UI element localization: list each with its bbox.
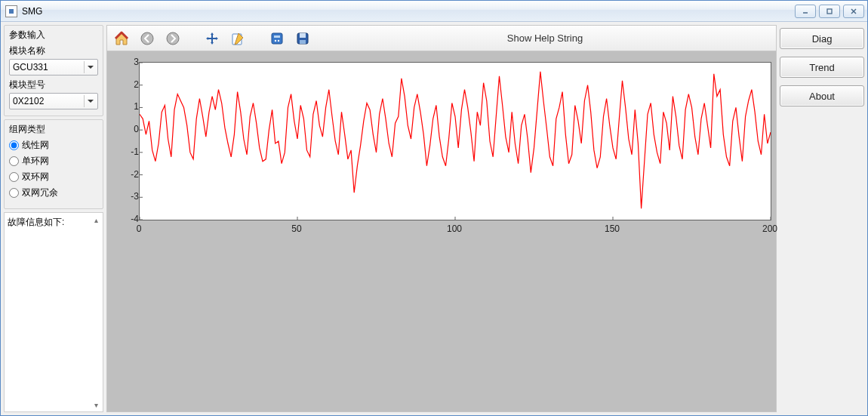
window-buttons: [795, 5, 864, 18]
trend-button[interactable]: Trend: [780, 57, 864, 78]
maximize-button[interactable]: [819, 5, 840, 18]
save-icon[interactable]: [293, 29, 312, 48]
plot-frame: [139, 62, 771, 220]
radio-label: 单环网: [22, 155, 49, 168]
radio-label: 双网冗余: [22, 186, 58, 199]
minimize-button[interactable]: [795, 5, 816, 18]
right-pane: Diag Trend About: [780, 25, 864, 412]
net-type-radio-2[interactable]: 双环网: [9, 171, 98, 183]
radio-input[interactable]: [9, 156, 19, 166]
home-icon[interactable]: [112, 29, 131, 48]
svg-rect-1: [827, 9, 832, 14]
svg-rect-12: [300, 33, 306, 38]
about-button[interactable]: About: [780, 85, 864, 106]
center-pane: Show Help String -4-3-2-1012305010015020…: [106, 25, 777, 412]
net-type-radio-0[interactable]: 线性网: [9, 139, 98, 152]
help-string-label: Show Help String: [319, 32, 771, 44]
param-input-group: 参数输入 模块名称 GCU331 模块型号 0X2102: [4, 25, 103, 116]
client-area: 参数输入 模块名称 GCU331 模块型号 0X2102 组网类型 线性网单环网…: [1, 22, 867, 415]
x-tick-label: 0: [137, 223, 142, 234]
module-name-value: GCU331: [13, 62, 48, 72]
plot-toolbar: Show Help String: [107, 26, 776, 51]
radio-input[interactable]: [9, 140, 19, 150]
svg-point-9: [275, 39, 276, 41]
x-tick-label: 200: [762, 223, 777, 234]
config-icon[interactable]: [267, 29, 287, 48]
scroll-down-icon[interactable]: ▾: [91, 399, 101, 410]
y-tick-label: -4: [113, 214, 139, 224]
left-pane: 参数输入 模块名称 GCU331 模块型号 0X2102 组网类型 线性网单环网…: [4, 25, 103, 412]
svg-rect-7: [272, 33, 282, 44]
radio-input[interactable]: [9, 172, 19, 182]
net-type-radio-3[interactable]: 双网冗余: [9, 186, 98, 199]
module-model-combo[interactable]: 0X2102: [9, 93, 98, 109]
net-type-radio-1[interactable]: 单环网: [9, 155, 98, 168]
y-tick-label: 3: [113, 57, 139, 67]
module-model-value: 0X2102: [13, 96, 44, 106]
app-icon: [5, 5, 17, 17]
svg-rect-13: [300, 40, 306, 44]
titlebar: SMG: [1, 1, 867, 22]
radio-label: 双环网: [22, 171, 49, 183]
y-tick-label: -3: [113, 191, 139, 202]
pan-icon[interactable]: [202, 29, 222, 48]
edit-icon[interactable]: [228, 29, 248, 48]
radio-label: 线性网: [22, 139, 49, 152]
param-input-legend: 参数输入: [9, 29, 98, 42]
x-tick-label: 50: [291, 223, 301, 234]
svg-point-10: [278, 39, 279, 41]
y-tick-label: 2: [113, 79, 139, 90]
y-tick-label: 0: [113, 124, 139, 134]
module-model-label: 模块型号: [9, 79, 98, 91]
svg-rect-8: [274, 35, 280, 38]
close-button[interactable]: [843, 5, 864, 18]
y-tick-label: -2: [113, 169, 139, 180]
module-name-label: 模块名称: [9, 45, 98, 57]
y-tick-label: 1: [113, 101, 139, 112]
x-tick-label: 100: [447, 223, 462, 234]
plot-area[interactable]: -4-3-2-10123050100150200: [107, 51, 776, 411]
fault-info-text: 故障信息如下:: [8, 217, 64, 227]
app-window: SMG 参数输入 模块名称 GCU331 模块型号: [0, 0, 868, 416]
chevron-down-icon: [84, 61, 96, 73]
x-tick-label: 150: [605, 223, 620, 234]
radio-input[interactable]: [9, 188, 19, 198]
module-name-combo[interactable]: GCU331: [9, 59, 98, 75]
net-type-legend: 组网类型: [9, 123, 98, 136]
net-type-group: 组网类型 线性网单环网双环网双网冗余: [4, 119, 103, 209]
chevron-down-icon: [84, 95, 96, 107]
scroll-up-icon[interactable]: ▴: [91, 214, 101, 225]
svg-point-5: [167, 32, 179, 45]
svg-point-4: [141, 32, 153, 45]
forward-icon[interactable]: [163, 29, 183, 48]
window-title: SMG: [22, 6, 42, 17]
back-icon[interactable]: [137, 29, 157, 48]
diag-button[interactable]: Diag: [780, 28, 864, 49]
y-tick-label: -1: [113, 146, 139, 157]
fault-info-box[interactable]: 故障信息如下: ▴ ▾: [4, 212, 103, 412]
line-chart: [140, 63, 771, 220]
